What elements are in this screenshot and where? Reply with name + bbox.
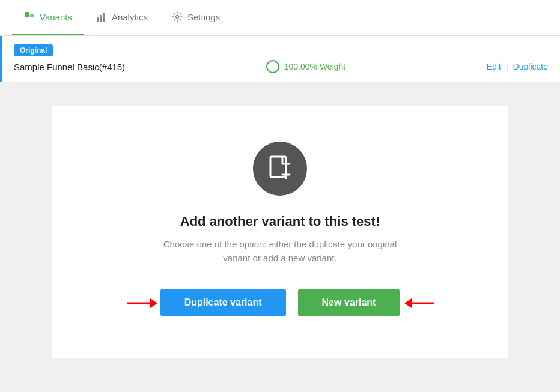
weight-value: 100.00% Weight (284, 62, 345, 71)
action-divider: | (506, 62, 508, 71)
arrow-to-duplicate-icon (127, 295, 157, 312)
main-content: Add another variant to this test! Choose… (0, 82, 560, 382)
svg-rect-1 (30, 14, 34, 17)
document-add-icon (266, 154, 294, 183)
new-btn-container: New variant (298, 289, 400, 316)
svg-rect-3 (100, 15, 102, 22)
add-variant-icon-circle (253, 142, 307, 196)
svg-rect-5 (106, 16, 106, 16)
tab-settings-label: Settings (187, 12, 220, 22)
weight-circle-icon (266, 60, 279, 73)
action-buttons-row: Duplicate variant New variant (160, 289, 400, 316)
top-navigation: Variants Analytics Settings (0, 0, 560, 36)
tab-settings[interactable]: Settings (160, 0, 232, 35)
variants-icon (24, 11, 35, 22)
tab-variants[interactable]: Variants (12, 0, 84, 35)
variant-name: Sample Funnel Basic(#415) (14, 62, 125, 72)
svg-marker-13 (404, 298, 412, 308)
svg-rect-2 (97, 17, 99, 22)
duplicate-variant-button[interactable]: Duplicate variant (160, 289, 286, 316)
duplicate-btn-container: Duplicate variant (160, 289, 286, 316)
tab-analytics[interactable]: Analytics (84, 0, 160, 35)
svg-marker-11 (150, 298, 157, 308)
card-title: Add another variant to this test! (180, 214, 380, 229)
variant-row: Sample Funnel Basic(#415) 100.00% Weight… (14, 60, 548, 73)
svg-rect-0 (25, 12, 29, 17)
settings-icon (172, 11, 183, 22)
add-variant-card: Add another variant to this test! Choose… (52, 106, 508, 358)
duplicate-link[interactable]: Duplicate (513, 62, 548, 71)
svg-rect-4 (103, 13, 105, 22)
arrow-to-new-icon (402, 295, 434, 312)
card-subtitle: Choose one of the option: either the dup… (154, 238, 406, 265)
svg-point-6 (175, 16, 178, 19)
variant-actions: Edit | Duplicate (487, 62, 548, 71)
original-badge: Original (14, 44, 53, 56)
tab-variants-label: Variants (40, 12, 72, 22)
tab-analytics-label: Analytics (112, 12, 148, 22)
analytics-icon (96, 11, 107, 22)
new-variant-button[interactable]: New variant (298, 289, 400, 316)
variant-weight: 100.00% Weight (266, 60, 345, 73)
variant-section: Original Sample Funnel Basic(#415) 100.0… (0, 36, 560, 82)
edit-link[interactable]: Edit (487, 62, 501, 71)
